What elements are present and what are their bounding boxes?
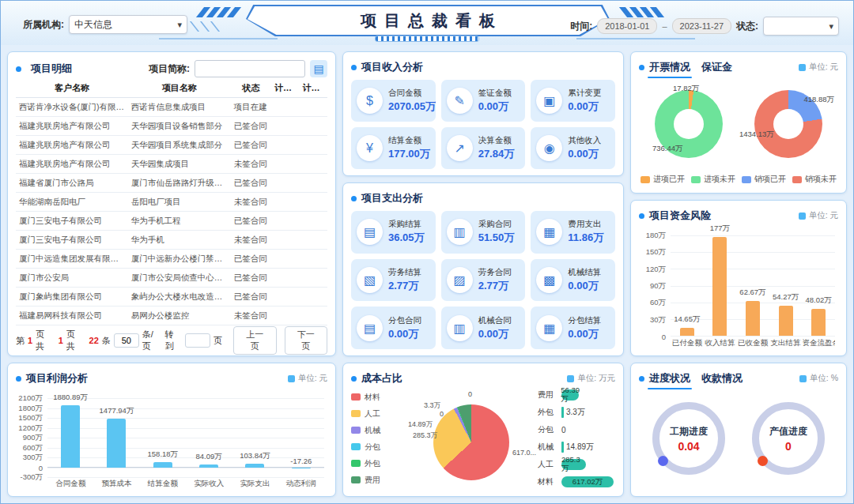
profit-bar-chart: 2100万1800万1500万1200万900万600万300万0-300万 1… xyxy=(16,387,327,490)
customer-cell: 福建易网科技有限公司 xyxy=(16,310,128,322)
status-cell: 未签合同 xyxy=(231,235,271,246)
pagination-text: 第 xyxy=(16,335,25,347)
customer-cell: 福建兆联房地产有限公司 xyxy=(16,140,128,151)
tab-deposit[interactable]: 保证金 xyxy=(701,60,732,74)
header: 所属机构: 中天信息 ▾ 项目总裁看板 时间: 2018-01-01 – 202… xyxy=(1,1,853,45)
customer-cell: 福建兆联房地产有限公司 xyxy=(16,121,128,132)
bullet-icon xyxy=(639,65,644,70)
metric-card-icon: ▤ xyxy=(357,315,383,341)
org-select[interactable]: 中天信息 ▾ xyxy=(69,15,187,34)
date-to-input[interactable]: 2023-11-27 xyxy=(672,18,731,34)
metric-label: 分包结算 xyxy=(568,315,601,326)
chevron-down-icon: ▾ xyxy=(829,21,833,32)
table-row[interactable]: 华能湖南岳阳电厂 岳阳电厂项目 未签合同 xyxy=(16,193,327,212)
metric-card: ▦ 分包结算 0.00万 xyxy=(531,307,615,349)
legend-item[interactable]: 机械 xyxy=(351,425,399,436)
metric-card-icon: ¥ xyxy=(357,135,383,161)
table-row[interactable]: 福建易网科技有限公司 易网办公楼监控 未签合同 xyxy=(16,307,327,325)
table-row[interactable]: 福建兆联房地产有限公司 天华园集成项目 未签合同 xyxy=(16,155,327,174)
panel-progress: 进度状况 收款情况 单位: % 工期进度 0.04 xyxy=(630,363,847,497)
panel-cost: 成本占比 单位: 万元 材料 人工 xyxy=(342,363,624,497)
panel-fund-risk: 项目资金风险 单位: 元 180万150万120万90万60万30万0 14.6… xyxy=(630,200,847,356)
tab-collection-status[interactable]: 收款情况 xyxy=(701,371,743,386)
table-row[interactable]: 厦门三安电子有限公司 华为手机工程 已签合同 xyxy=(16,212,327,231)
status-cell: 未签合同 xyxy=(231,310,271,322)
table-row[interactable]: 厦门象屿集团有限公司 象屿办公大楼水电改造项目 已签合同 xyxy=(16,288,327,307)
metric-card: $ 合同金额 2070.05万 xyxy=(351,80,436,122)
legend-item[interactable]: 进项已开 xyxy=(640,174,685,185)
legend-label: 进项已开 xyxy=(653,174,685,185)
metric-card: ¥ 结算金额 177.00万 xyxy=(351,127,436,169)
status-cell: 已签合同 xyxy=(231,291,271,303)
unit-label: 单位: 元 xyxy=(809,210,838,221)
legend-label: 人工 xyxy=(365,408,380,419)
fund-risk-title: 项目资金风险 xyxy=(649,209,711,223)
pie-callout-label: 14.89万 xyxy=(408,419,433,430)
next-page-button[interactable]: 下一页 xyxy=(285,326,327,355)
metric-card: ▣ 累计变更 0.00万 xyxy=(531,80,615,122)
bullet-icon xyxy=(639,376,644,382)
time-label: 时间: xyxy=(570,20,592,33)
table-row[interactable]: 西诺肯净水设备(厦门)有限公司 西诺肯信息集成项目 项目在建 xyxy=(16,98,327,117)
pagination-text: 页 共 xyxy=(36,329,55,352)
middle-column: 项目收入分析 $ 合同金额 2070.05万 xyxy=(342,51,624,356)
gauge-label: 产值进度 xyxy=(769,425,807,438)
metric-value: 36.05万 xyxy=(388,231,425,245)
legend-item[interactable]: 销项已开 xyxy=(742,174,786,185)
tab-invoice-status[interactable]: 开票情况 xyxy=(649,60,690,74)
bullet-icon xyxy=(351,376,357,382)
metric-label: 分包合同 xyxy=(388,315,421,326)
legend-item[interactable]: 外包 xyxy=(351,458,399,469)
prev-page-button[interactable]: 上一页 xyxy=(233,326,276,355)
gauge-value: 0 xyxy=(785,440,792,453)
table-row[interactable]: 厦门市公安局 厦门市公安局侦查中心办公设... 已签合同 xyxy=(16,269,327,288)
project-cell: 天华园集成项目 xyxy=(128,159,231,170)
status-cell: 已签合同 xyxy=(231,140,271,151)
total-pages: 1 xyxy=(59,336,63,345)
tab-progress-status[interactable]: 进度状况 xyxy=(649,371,690,386)
metric-value: 2070.05万 xyxy=(388,100,430,114)
project-cell: 厦门市公安局侦查中心办公设... xyxy=(128,273,231,284)
progress-gauges: 工期进度 0.04 产值进度 0 xyxy=(639,387,838,490)
list-icon[interactable]: ▤ xyxy=(310,60,327,77)
status-select[interactable]: ▾ xyxy=(763,17,839,36)
unit-label: 单位: 万元 xyxy=(577,373,615,384)
metric-label: 累计变更 xyxy=(568,88,601,99)
legend-item[interactable]: 销项未开 xyxy=(792,174,837,185)
input-vat-donut: 17.82万 736.44万 xyxy=(649,85,728,164)
unit-swatch-icon xyxy=(799,64,806,71)
pie-callout-label: 0 xyxy=(468,390,472,398)
page-size-input[interactable] xyxy=(114,333,139,348)
legend-item[interactable]: 材料 xyxy=(351,392,399,403)
metric-label: 机械结算 xyxy=(568,267,601,278)
metric-label: 采购合同 xyxy=(478,219,515,230)
table-row[interactable]: 厦门中远造集团发展有限公司 厦门中远新办公楼门禁系统 已签合同 xyxy=(16,250,327,269)
project-cell: 厦门中远新办公楼门禁系统 xyxy=(128,254,231,265)
table-row[interactable]: 福建省厦门市公路局 厦门市仙岳路路灯升级改造项目 已签合同 xyxy=(16,174,327,193)
metric-card: ◉ 其他收入 0.00万 xyxy=(531,127,615,169)
legend-item[interactable]: 费用 xyxy=(351,475,399,486)
legend-item[interactable]: 人工 xyxy=(351,408,399,419)
metric-value: 27.84万 xyxy=(478,147,515,161)
metric-card: ▤ 采购结算 36.05万 xyxy=(351,211,436,254)
org-select-value: 中天信息 xyxy=(74,18,112,32)
unit-swatch-icon xyxy=(799,375,807,382)
metric-value: 11.86万 xyxy=(568,231,603,245)
legend-swatch-icon xyxy=(351,443,361,450)
donut-label: 736.44万 xyxy=(652,144,683,154)
date-from-input[interactable]: 2018-01-01 xyxy=(597,18,657,34)
project-search-input[interactable] xyxy=(195,60,305,77)
table-row[interactable]: 福建兆联房地产有限公司 天华园项目系统集成部分 已签合同 xyxy=(16,136,327,155)
bullet-icon xyxy=(351,196,357,201)
legend-swatch-icon xyxy=(351,410,361,417)
table-row[interactable]: 福建兆联房地产有限公司 天华园项目设备销售部分 已签合同 xyxy=(16,117,327,136)
goto-page-input[interactable] xyxy=(185,333,210,348)
legend-item[interactable]: 进项未开 xyxy=(691,174,735,185)
metric-card: ✎ 签证金额 0.00万 xyxy=(441,80,526,122)
current-page: 1 xyxy=(28,336,32,345)
pie-callout-label: 285.3万 xyxy=(413,431,438,441)
metric-label: 采购结算 xyxy=(388,219,425,230)
table-row[interactable]: 厦门三安电子有限公司 华为手机 未签合同 xyxy=(16,231,327,250)
legend-item[interactable]: 分包 xyxy=(351,442,399,453)
donut-label: 418.88万 xyxy=(803,95,834,105)
